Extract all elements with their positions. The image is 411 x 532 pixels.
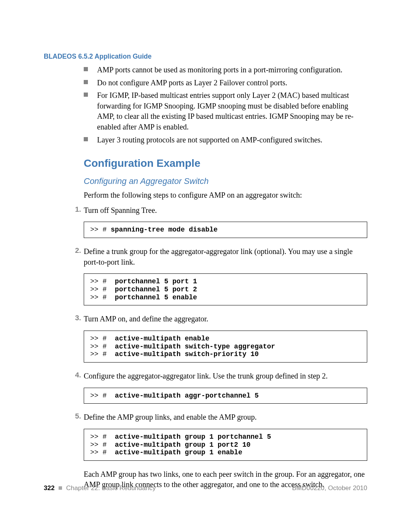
step-number: 4. bbox=[70, 371, 81, 379]
code-command: active-multipath group 1 portchannel 5 bbox=[115, 433, 271, 441]
footer-left: 322 Chapter 22: Basic Redundancy bbox=[44, 484, 156, 492]
bullet-square-icon bbox=[84, 67, 88, 71]
code-command: active-multipath aggr-portchannel 5 bbox=[115, 392, 259, 399]
list-item-text: Do not configure AMP ports as Layer 2 Fa… bbox=[97, 78, 287, 87]
list-item-text: AMP ports cannot be used as monitoring p… bbox=[97, 66, 342, 74]
page-number: 322 bbox=[44, 484, 54, 492]
code-command: active-multipath group 1 enable bbox=[115, 449, 242, 456]
code-prompt: >> # bbox=[90, 294, 111, 301]
step-text: Define the AMP group links, and enable t… bbox=[84, 413, 257, 421]
code-prompt: >> # bbox=[90, 433, 111, 441]
step-number: 2. bbox=[70, 246, 81, 255]
list-item: Do not configure AMP ports as Layer 2 Fa… bbox=[84, 78, 367, 88]
code-command: portchannel 5 port 1 bbox=[115, 278, 197, 285]
list-item: AMP ports cannot be used as monitoring p… bbox=[84, 65, 367, 75]
step-number: 5. bbox=[70, 412, 81, 420]
step-number: 1. bbox=[70, 205, 81, 214]
step-text: Configure the aggregator-aggregator link… bbox=[84, 372, 328, 380]
step-item: 3. Turn AMP on, and define the aggregato… bbox=[84, 314, 367, 324]
step-number: 3. bbox=[70, 314, 81, 322]
bullet-square-icon bbox=[84, 80, 88, 84]
running-header: BLADEOS 6.5.2 Application Guide bbox=[44, 53, 367, 61]
step-item: 4. Configure the aggregator-aggregator l… bbox=[84, 371, 367, 382]
code-command: portchannel 5 port 2 bbox=[115, 286, 197, 293]
intro-paragraph: Perform the following steps to configure… bbox=[84, 190, 367, 201]
code-prompt: >> # bbox=[90, 392, 111, 399]
code-prompt: >> # bbox=[90, 286, 111, 293]
list-item: For IGMP, IP-based multicast entries sup… bbox=[84, 90, 367, 132]
page-body: AMP ports cannot be used as monitoring p… bbox=[84, 65, 367, 495]
code-prompt: >> # bbox=[90, 335, 111, 342]
footer-chapter: Chapter 22: Basic Redundancy bbox=[66, 484, 156, 492]
code-block: >> # active-multipath enable >> # active… bbox=[84, 331, 367, 363]
step-item: 2. Define a trunk group for the aggregat… bbox=[84, 246, 367, 267]
code-prompt: >> # bbox=[90, 226, 111, 233]
code-block: >> # active-multipath aggr-portchannel 5 bbox=[84, 388, 367, 404]
bullet-square-icon bbox=[84, 93, 88, 97]
page-footer: 322 Chapter 22: Basic Redundancy BMD0022… bbox=[44, 484, 367, 492]
code-command: active-multipath switch-priority 10 bbox=[115, 350, 259, 358]
code-prompt: >> # bbox=[90, 343, 111, 350]
bullet-list: AMP ports cannot be used as monitoring p… bbox=[84, 65, 367, 145]
code-command: active-multipath switch-type aggregator bbox=[115, 343, 275, 350]
list-item-text: For IGMP, IP-based multicast entries sup… bbox=[97, 91, 354, 131]
footer-square-icon bbox=[59, 486, 62, 490]
code-prompt: >> # bbox=[90, 441, 111, 449]
step-text: Turn AMP on, and define the aggregator. bbox=[84, 315, 208, 323]
code-prompt: >> # bbox=[90, 278, 111, 285]
code-command: spanning-tree mode disable bbox=[111, 226, 218, 233]
code-command: active-multipath enable bbox=[115, 335, 209, 342]
footer-right: BMD00220, October 2010 bbox=[292, 484, 367, 492]
code-prompt: >> # bbox=[90, 449, 111, 456]
code-block: >> # portchannel 5 port 1 >> # portchann… bbox=[84, 273, 367, 305]
subsection-heading: Configuring an Aggregator Switch bbox=[84, 176, 367, 186]
step-text: Define a trunk group for the aggregator-… bbox=[84, 247, 353, 266]
bullet-square-icon bbox=[84, 137, 88, 141]
section-heading: Configuration Example bbox=[84, 157, 367, 169]
code-prompt: >> # bbox=[90, 350, 111, 358]
list-item-text: Layer 3 routing protocols are not suppor… bbox=[97, 136, 322, 144]
step-item: 1. Turn off Spanning Tree. bbox=[84, 205, 367, 216]
code-block: >> # spanning-tree mode disable bbox=[84, 222, 367, 238]
code-command: active-multipath group 1 port2 10 bbox=[115, 441, 250, 449]
step-text: Turn off Spanning Tree. bbox=[84, 206, 157, 214]
list-item: Layer 3 routing protocols are not suppor… bbox=[84, 135, 367, 145]
step-item: 5. Define the AMP group links, and enabl… bbox=[84, 412, 367, 423]
code-command: portchannel 5 enable bbox=[115, 294, 197, 301]
code-block: >> # active-multipath group 1 portchanne… bbox=[84, 429, 367, 461]
